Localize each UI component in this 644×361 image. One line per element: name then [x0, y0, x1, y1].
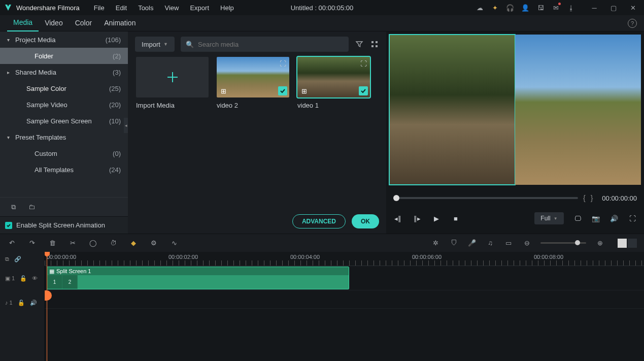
- volume-icon[interactable]: 🔊: [609, 214, 619, 223]
- caption-icon[interactable]: ▭: [504, 239, 513, 248]
- sidebar-item-sample-green-screen[interactable]: Sample Green Screen(10): [0, 113, 128, 129]
- menu-tools[interactable]: Tools: [133, 2, 158, 14]
- clip-slot[interactable]: 1: [47, 275, 62, 289]
- timeline-mode-a[interactable]: [618, 239, 627, 248]
- stop-button[interactable]: ■: [451, 214, 460, 223]
- keyframe-button[interactable]: ◆: [129, 239, 138, 248]
- ok-button[interactable]: OK: [352, 214, 379, 228]
- ruler-label: 00:00:04:00: [290, 254, 320, 260]
- sidebar-item-sample-color[interactable]: Sample Color(25): [0, 80, 128, 96]
- aspect-ratio-select[interactable]: Full▼: [534, 212, 564, 224]
- zoom-slider[interactable]: [540, 242, 586, 244]
- split-screen-animation-toggle[interactable]: Enable Split Screen Animation: [0, 216, 128, 234]
- zoom-in-button[interactable]: ⊕: [595, 239, 604, 248]
- menu-view[interactable]: View: [159, 2, 184, 14]
- new-folder-icon[interactable]: ⧉: [9, 203, 17, 211]
- headphones-icon[interactable]: 🎧: [506, 4, 514, 12]
- sidebar-collapse-handle[interactable]: ◂: [124, 118, 128, 133]
- help-icon[interactable]: ?: [628, 19, 637, 28]
- sparkle-icon[interactable]: ✦: [491, 4, 499, 12]
- redo-button[interactable]: ↷: [27, 239, 37, 248]
- mark-in-icon[interactable]: {: [583, 194, 586, 202]
- mark-out-icon[interactable]: }: [591, 194, 593, 202]
- sidebar-item-folder[interactable]: Folder(2): [0, 48, 128, 64]
- marker-icon[interactable]: ⛉: [449, 239, 458, 248]
- add-to-timeline-icon[interactable]: ⊞: [299, 86, 309, 95]
- link-icon[interactable]: 🔗: [14, 256, 21, 262]
- tab-media[interactable]: Media: [7, 15, 39, 31]
- prev-frame-button[interactable]: ◂∥: [393, 214, 402, 223]
- render-icon[interactable]: ✲: [431, 239, 440, 248]
- expand-icon[interactable]: ⛶: [359, 59, 368, 68]
- audio-fade-handle[interactable]: [45, 290, 52, 301]
- save-icon[interactable]: 🖫: [536, 4, 545, 12]
- close-button[interactable]: ✕: [626, 1, 640, 15]
- filter-icon[interactable]: [355, 40, 364, 49]
- playhead[interactable]: [47, 252, 47, 361]
- mute-icon[interactable]: 🔊: [30, 300, 37, 306]
- next-frame-button[interactable]: ∥▸: [413, 214, 422, 223]
- clip-split-screen-1[interactable]: ▦Split Screen 1 12: [47, 267, 349, 289]
- adjust-button[interactable]: ⚙: [149, 239, 158, 248]
- sidebar-item-sample-video[interactable]: Sample Video(20): [0, 96, 128, 113]
- sidebar-item-custom[interactable]: Custom(0): [0, 145, 128, 161]
- menu-file[interactable]: File: [89, 2, 110, 14]
- advanced-button[interactable]: ADVANCED: [292, 214, 346, 228]
- video-track[interactable]: ▦Split Screen 1 12: [45, 266, 644, 290]
- sidebar-item-project-media[interactable]: ▾Project Media(106): [0, 31, 128, 48]
- mixer-icon[interactable]: ♫: [486, 239, 495, 248]
- audio-track-header[interactable]: ♪ 1 🔓 🔊: [0, 290, 44, 315]
- expand-icon[interactable]: ⛶: [278, 59, 287, 68]
- preview-panel: { } 00:00:00:00 ◂∥ ∥▸ ▶ ■ Full▼ 🖵 📷 🔊 ⛶: [386, 31, 644, 234]
- split-button[interactable]: ✂: [68, 239, 77, 248]
- timeline-mode-b[interactable]: [628, 239, 637, 248]
- maximize-button[interactable]: ▢: [606, 1, 621, 15]
- media-thumb-video-2[interactable]: ⛶⊞video 2: [217, 57, 289, 109]
- undo-button[interactable]: ↶: [7, 239, 16, 248]
- split-screen-slot-2[interactable]: [515, 35, 641, 185]
- cloud-icon[interactable]: ☁: [476, 4, 484, 12]
- lock-icon[interactable]: 🔓: [20, 275, 27, 282]
- sidebar-item-shared-media[interactable]: ▸Shared Media(3): [0, 64, 128, 80]
- menu-export[interactable]: Export: [185, 2, 214, 14]
- main-menu: FileEditToolsViewExportHelp: [89, 2, 239, 14]
- video-track-header[interactable]: ▣ 1 🔓 👁: [0, 266, 44, 290]
- media-thumb-video-1[interactable]: ⛶⊞video 1: [297, 57, 370, 109]
- mic-icon[interactable]: 🎤: [467, 239, 477, 248]
- speed-button[interactable]: ⏱: [109, 239, 118, 248]
- download-icon[interactable]: ⭳: [567, 4, 575, 12]
- lock-icon[interactable]: 🔓: [18, 300, 25, 306]
- audio-track[interactable]: [45, 290, 644, 309]
- grid-view-icon[interactable]: [370, 40, 379, 49]
- crop-button[interactable]: ◯: [88, 239, 97, 248]
- add-to-timeline-icon[interactable]: ⊞: [219, 86, 228, 95]
- timeline-settings-icon[interactable]: ⧉: [5, 256, 9, 262]
- sidebar-item-all-templates[interactable]: All Templates(24): [0, 161, 128, 178]
- timeline-ruler[interactable]: 00:00:00:0000:00:02:0000:00:04:0000:00:0…: [45, 252, 644, 266]
- menu-edit[interactable]: Edit: [111, 2, 132, 14]
- mail-icon[interactable]: ✉: [552, 4, 560, 12]
- audio-waveform-button[interactable]: ∿: [170, 239, 179, 248]
- zoom-out-button[interactable]: ⊖: [522, 239, 531, 248]
- search-input[interactable]: 🔍: [181, 37, 349, 52]
- tab-animation[interactable]: Animation: [98, 16, 142, 31]
- preview-canvas[interactable]: [389, 35, 641, 185]
- tab-video[interactable]: Video: [39, 16, 69, 31]
- eye-icon[interactable]: 👁: [32, 275, 38, 281]
- tab-color[interactable]: Color: [69, 16, 98, 31]
- media-thumb-import-media[interactable]: Import Media: [136, 57, 209, 109]
- clip-slot[interactable]: 2: [62, 275, 78, 289]
- fullscreen-icon[interactable]: ⛶: [628, 214, 637, 223]
- split-screen-slot-1[interactable]: [389, 35, 515, 185]
- sidebar-item-preset-templates[interactable]: ▾Preset Templates: [0, 129, 128, 145]
- minimize-button[interactable]: ─: [587, 1, 601, 15]
- folder-icon[interactable]: 🗀: [27, 203, 36, 211]
- snapshot-icon[interactable]: 📷: [591, 214, 600, 223]
- delete-button[interactable]: 🗑: [48, 239, 57, 248]
- import-button[interactable]: Import ▼: [135, 37, 175, 52]
- user-icon[interactable]: 👤: [521, 4, 529, 12]
- preview-scrubber[interactable]: [393, 197, 578, 199]
- menu-help[interactable]: Help: [215, 2, 239, 14]
- display-icon[interactable]: 🖵: [573, 214, 582, 223]
- play-button[interactable]: ▶: [432, 214, 441, 223]
